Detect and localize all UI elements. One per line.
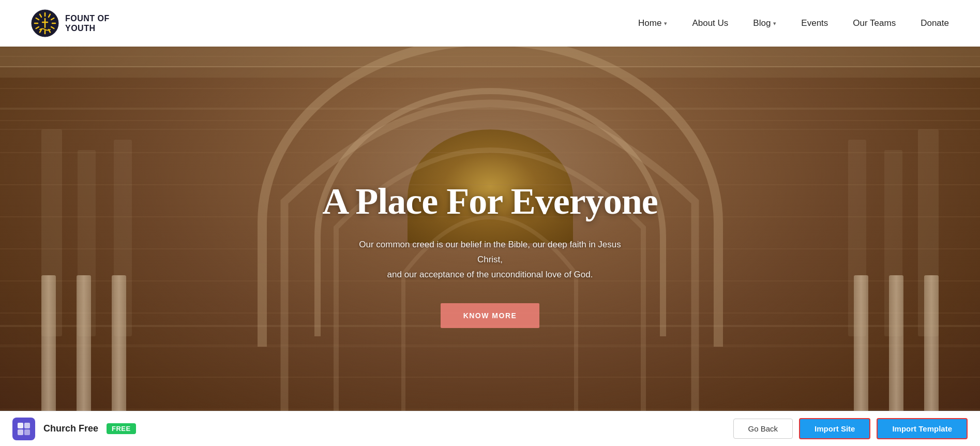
svg-rect-25: [18, 423, 23, 428]
nav-link-events[interactable]: Events: [801, 18, 828, 28]
hero-title: A Place For Everyone: [322, 180, 658, 223]
nav-link-donate[interactable]: Donate: [921, 18, 949, 28]
nav-item-donate[interactable]: Donate: [921, 18, 949, 28]
nav-item-home[interactable]: Home ▾: [638, 18, 667, 28]
logo-text: FOUNT OF YOUTH: [65, 13, 110, 33]
nav-links: Home ▾ About Us Blog ▾ Events Our Teams: [638, 18, 949, 28]
svg-rect-22: [918, 129, 939, 336]
svg-rect-28: [24, 429, 30, 435]
nav-link-home[interactable]: Home ▾: [638, 18, 667, 28]
bottom-right: Go Back Import Site Import Template: [733, 418, 968, 439]
nav-item-about[interactable]: About Us: [692, 18, 728, 28]
svg-rect-27: [18, 429, 23, 435]
know-more-button[interactable]: KNOW MORE: [441, 303, 540, 328]
bottom-bar: Church Free FREE Go Back Import Site Imp…: [0, 411, 980, 446]
logo-icon: [31, 9, 59, 37]
nav-item-teams[interactable]: Our Teams: [853, 18, 896, 28]
import-template-button[interactable]: Import Template: [877, 418, 968, 439]
hero-section: A Place For Everyone Our common creed is…: [0, 47, 980, 441]
nav-item-blog[interactable]: Blog ▾: [753, 18, 776, 28]
chevron-down-icon: ▾: [664, 20, 667, 27]
svg-rect-19: [41, 129, 62, 336]
site-name-label: Church Free: [43, 423, 98, 434]
svg-rect-23: [884, 150, 902, 336]
nav-link-blog[interactable]: Blog ▾: [753, 18, 776, 28]
go-back-button[interactable]: Go Back: [733, 419, 793, 439]
hero-subtitle: Our common creed is our belief in the Bi…: [356, 237, 625, 283]
import-site-button[interactable]: Import Site: [799, 418, 870, 439]
bottom-app-icon: [12, 418, 35, 440]
navbar: FOUNT OF YOUTH Home ▾ About Us Blog ▾ Ev…: [0, 0, 980, 47]
chevron-down-icon: ▾: [773, 20, 776, 27]
hero-content: A Place For Everyone Our common creed is…: [301, 180, 679, 328]
svg-rect-26: [24, 423, 30, 428]
bottom-left: Church Free FREE: [12, 418, 136, 440]
free-badge: FREE: [107, 423, 136, 434]
svg-rect-20: [78, 150, 96, 336]
logo-area[interactable]: FOUNT OF YOUTH: [31, 9, 110, 37]
nav-item-events[interactable]: Events: [801, 18, 828, 28]
svg-rect-24: [848, 140, 866, 336]
nav-link-teams[interactable]: Our Teams: [853, 18, 896, 28]
svg-rect-21: [114, 140, 132, 336]
nav-link-about[interactable]: About Us: [692, 18, 728, 28]
